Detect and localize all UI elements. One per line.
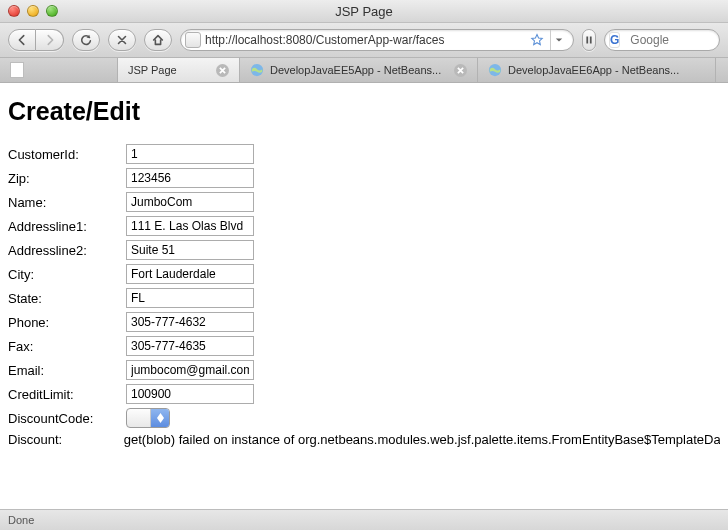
form-row: CreditLimit: — [8, 384, 720, 404]
form-row: Addressline2: — [8, 240, 720, 260]
globe-icon — [250, 63, 264, 77]
url-history-dropdown[interactable] — [550, 30, 567, 50]
field-input-8[interactable] — [126, 336, 254, 356]
field-input-6[interactable] — [126, 288, 254, 308]
address-bar[interactable]: http://localhost:8080/CustomerApp-war/fa… — [180, 29, 574, 51]
field-input-2[interactable] — [126, 192, 254, 212]
status-text: Done — [8, 514, 34, 526]
tab-3[interactable]: DevelopJavaEE6App - NetBeans... — [478, 58, 716, 82]
form-row: Email: — [8, 360, 720, 380]
tab-2[interactable]: DevelopJavaEE5App - NetBeans... — [240, 58, 478, 82]
tab-label: DevelopJavaEE6App - NetBeans... — [508, 64, 705, 76]
field-label: Addressline1: — [8, 219, 126, 234]
stop-button[interactable] — [108, 29, 136, 51]
discount-error-message: get(blob) failed on instance of org.netb… — [124, 432, 720, 447]
field-label: Email: — [8, 363, 126, 378]
tab-bar: JSP PageDevelopJavaEE5App - NetBeans...D… — [0, 58, 728, 83]
reload-button[interactable] — [72, 29, 100, 51]
home-button[interactable] — [144, 29, 172, 51]
browser-toolbar: http://localhost:8080/CustomerApp-war/fa… — [0, 23, 728, 58]
select-stepper-icon — [150, 409, 169, 427]
window-titlebar: JSP Page — [0, 0, 728, 23]
form-row: State: — [8, 288, 720, 308]
field-input-4[interactable] — [126, 240, 254, 260]
field-input-9[interactable] — [126, 360, 254, 380]
status-bar: Done — [0, 509, 728, 530]
field-label: City: — [8, 267, 126, 282]
globe-icon — [488, 63, 502, 77]
forward-button[interactable] — [36, 29, 64, 51]
field-label: Phone: — [8, 315, 126, 330]
tab-label: DevelopJavaEE5App - NetBeans... — [270, 64, 448, 76]
field-input-1[interactable] — [126, 168, 254, 188]
form-row: Name: — [8, 192, 720, 212]
discount-label: Discount: — [8, 432, 124, 447]
field-label: Zip: — [8, 171, 126, 186]
back-button[interactable] — [8, 29, 36, 51]
tab-label: JSP Page — [128, 64, 210, 76]
field-input-10[interactable] — [126, 384, 254, 404]
form-row: City: — [8, 264, 720, 284]
svg-rect-0 — [586, 37, 588, 44]
field-label: State: — [8, 291, 126, 306]
field-label: Addressline2: — [8, 243, 126, 258]
page-content: Create/Edit CustomerId:Zip:Name:Addressl… — [0, 83, 728, 513]
form-row: Fax: — [8, 336, 720, 356]
discount-code-select[interactable] — [126, 408, 170, 428]
discount-code-label: DiscountCode: — [8, 411, 126, 426]
field-input-5[interactable] — [126, 264, 254, 284]
bookmark-star-icon[interactable] — [530, 33, 544, 47]
window-title: JSP Page — [0, 4, 728, 19]
svg-rect-1 — [590, 37, 592, 44]
search-field[interactable]: G — [604, 29, 720, 51]
field-input-3[interactable] — [126, 216, 254, 236]
field-label: CustomerId: — [8, 147, 126, 162]
form-row: Addressline1: — [8, 216, 720, 236]
field-input-7[interactable] — [126, 312, 254, 332]
form-row: Zip: — [8, 168, 720, 188]
site-identity-icon[interactable] — [185, 32, 201, 48]
google-icon: G — [609, 32, 620, 48]
search-input[interactable] — [628, 32, 728, 48]
tab-0[interactable] — [0, 58, 118, 82]
field-label: Fax: — [8, 339, 126, 354]
toolbar-divider-button[interactable] — [582, 29, 596, 51]
form-row: Phone: — [8, 312, 720, 332]
close-icon[interactable] — [454, 64, 467, 77]
field-label: Name: — [8, 195, 126, 210]
page-icon — [10, 62, 24, 78]
tab-1[interactable]: JSP Page — [118, 58, 240, 82]
page-heading: Create/Edit — [8, 97, 720, 126]
url-text: http://localhost:8080/CustomerApp-war/fa… — [205, 33, 526, 47]
customer-form: CustomerId:Zip:Name:Addressline1:Address… — [8, 144, 720, 404]
form-row: CustomerId: — [8, 144, 720, 164]
close-icon[interactable] — [216, 64, 229, 77]
field-input-0[interactable] — [126, 144, 254, 164]
field-label: CreditLimit: — [8, 387, 126, 402]
